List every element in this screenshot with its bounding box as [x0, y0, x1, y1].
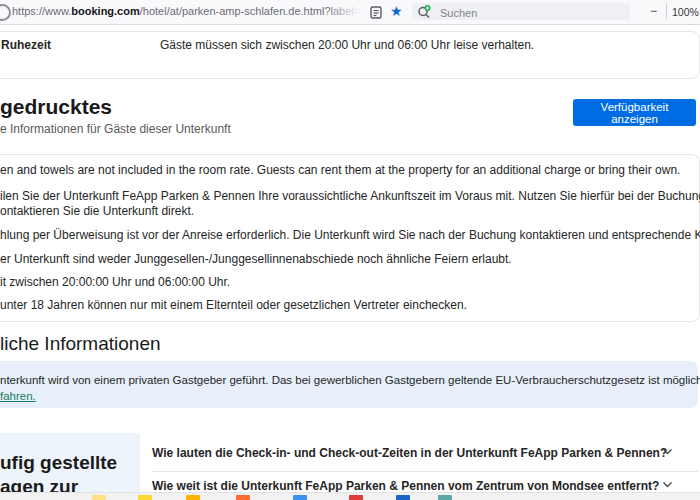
url-fade-overlay — [325, 0, 370, 23]
fine-print-line: er Unterkunft sind weder Junggesellen-/J… — [0, 252, 512, 266]
url-scheme: https://www. — [12, 5, 71, 17]
taskbar — [0, 492, 700, 500]
faq-question: Wie weit ist die Unterkunft FeApp Parken… — [152, 479, 659, 493]
taskbar-app-icon[interactable] — [293, 495, 307, 500]
show-availability-button[interactable]: Verfügbarkeit anzeigen — [573, 99, 696, 126]
search-input[interactable] — [438, 3, 622, 22]
zoom-level-indicator[interactable]: 100% — [672, 6, 699, 18]
search-icon — [417, 5, 432, 23]
legal-notice-text: nterkunft wird von einem privaten Gastge… — [0, 374, 700, 386]
taskbar-app-icon[interactable] — [236, 495, 250, 500]
address-bar[interactable]: https://www.booking.com/hotel/at/parken-… — [12, 5, 362, 17]
fine-print-line: ilen Sie der Unterkunft FeApp Parken & P… — [0, 189, 700, 203]
taskbar-app-icon[interactable] — [186, 495, 200, 500]
reader-mode-icon[interactable] — [370, 5, 382, 18]
taskbar-app-icon[interactable] — [438, 495, 452, 500]
chevron-down-icon[interactable] — [662, 446, 672, 456]
fine-print-line: unter 18 Jahren können nur mit einem Elt… — [0, 298, 467, 312]
chevron-down-icon[interactable] — [662, 479, 672, 489]
taskbar-app-icon[interactable] — [396, 495, 410, 500]
fine-print-title: gedrucktes — [0, 95, 112, 119]
fine-print-line: en and towels are not included in the ro… — [0, 163, 680, 177]
fine-print-line: ontaktieren Sie die Unterkunft direkt. — [0, 204, 194, 218]
faq-question: Wie lauten die Check-in- und Check-out-Z… — [152, 446, 667, 460]
fine-print-line: it zwischen 20:00:00 Uhr und 06:00:00 Uh… — [0, 275, 230, 289]
browser-window: https://www.booking.com/hotel/at/parken-… — [0, 0, 700, 500]
house-rule-label: Ruhezeit — [1, 38, 51, 52]
browser-toolbar: https://www.booking.com/hotel/at/parken-… — [0, 0, 700, 25]
fine-print-subtitle: e Informationen für Gäste dieser Unterku… — [0, 122, 231, 136]
taskbar-app-icon[interactable] — [349, 495, 363, 500]
bookmark-star-icon[interactable]: ★ — [390, 2, 403, 20]
taskbar-app-icon[interactable] — [92, 495, 106, 500]
taskbar-app-icon[interactable] — [138, 495, 152, 500]
url-domain: booking.com — [71, 5, 139, 17]
toolbar-divider — [666, 3, 667, 19]
learn-more-link[interactable]: fahren. — [0, 390, 36, 402]
page-content: Ruhezeit Gäste müssen sich zwischen 20:0… — [0, 25, 700, 500]
faq-heading-line1: ufig gestellte — [0, 452, 117, 474]
legal-info-title: liche Informationen — [0, 333, 161, 355]
house-rule-value: Gäste müssen sich zwischen 20:00 Uhr und… — [160, 38, 534, 52]
faq-item-checkin-times[interactable]: Wie lauten die Check-in- und Check-out-Z… — [152, 433, 698, 472]
site-permission-icon[interactable] — [0, 4, 11, 21]
zoom-out-button[interactable]: − — [650, 4, 657, 18]
fine-print-line: hlung per Überweisung ist vor der Anreis… — [0, 228, 700, 242]
search-bar[interactable] — [412, 3, 630, 20]
